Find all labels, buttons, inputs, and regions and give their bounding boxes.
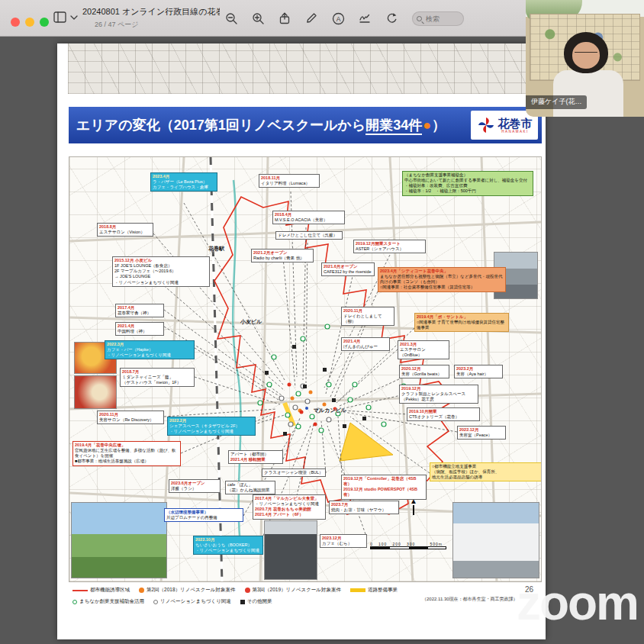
- app-window: 20240801 オンライン行政目線の花巻市のリ… 26 / 47 ページ A: [0, 0, 644, 644]
- map-callout: 2019.12月クラフト製品とレンタルスペース（Pekku）花工房: [399, 385, 478, 404]
- map-scale-bar: 0 100 200 300 500m: [370, 542, 446, 549]
- participant-glasses: [575, 52, 597, 56]
- scale-labels: 0 100 200 300 500m: [370, 542, 446, 546]
- legend-item: 第3回（2019）リノベスクール対象案件: [245, 587, 342, 594]
- map-callout: 2022.10月ちいさいおうち（BOOKER）・リノベーションまちづくり関連: [193, 536, 263, 555]
- toolbar-actions: A: [224, 11, 399, 26]
- legend-item: 都市機能誘導区域: [72, 587, 130, 594]
- map-callout: 2021.4月中国料理（神）: [115, 322, 164, 336]
- document-title-block: 20240801 オンライン行政目線の花巻市のリ… 26 / 47 ページ: [82, 6, 220, 30]
- zoom-watermark: zoom: [517, 578, 638, 627]
- map-callout: 2023.2月美容（Aya hair）: [454, 365, 503, 378]
- map-callout: 2023.6月オープン洋服（ラシ）: [169, 479, 221, 493]
- zoom-in-icon[interactable]: [250, 11, 266, 26]
- map-photo-playground: [71, 502, 167, 578]
- slide-title-highlight: 開業34件: [365, 118, 422, 135]
- scale-strip: [370, 546, 446, 549]
- map-callout: 2021.2月オープンRadio by charlii（青果 他）: [251, 249, 314, 262]
- legend-marker-circle-white: [153, 600, 158, 604]
- map-callout: 2015.12月 小友ビル1F JOE'S LOUNGE（飲食店）2F マープル…: [112, 256, 210, 287]
- map-callout: 2023.12月カフェ（むら）: [320, 534, 367, 548]
- legend-marker-circle-green: [72, 600, 77, 604]
- legend-item: 第2回（2018）リノベスクール対象案件: [139, 587, 236, 594]
- legend-marker-dot-red: [245, 588, 250, 593]
- map-callout: 2022.2月シェアスペース（キタザワビル 2F）・リノベーションまちづくり関連: [167, 417, 256, 436]
- chevron-down-icon[interactable]: [70, 15, 78, 20]
- slide-title: エリアの変化（2017第1回リノベスクールから開業34件●）: [76, 116, 471, 134]
- slide-title-prefix: エリアの変化（2017第1回リノベスクールから: [76, 118, 365, 133]
- map-callout: 2021.3月エステサロン（OnBlue）: [398, 340, 449, 359]
- search-input[interactable]: [424, 14, 459, 24]
- minimize-button[interactable]: [25, 18, 34, 27]
- orange-dot-icon: ●: [423, 118, 431, 133]
- map-label: 花巻駅: [207, 244, 226, 253]
- map-callout: 2022.12月美容室（Peace）: [457, 426, 506, 440]
- map-callout: クラスオーシャン喫茶（BUL）: [262, 469, 326, 477]
- city-logo-text: 花巻市 HANAMAKI: [498, 118, 533, 134]
- sidebar-toggle-icon[interactable]: [53, 11, 66, 23]
- map-photo-darkbuilding: [264, 520, 317, 580]
- map-callout: 2018.4月M.V.S.E.O ACACIA（美容）: [272, 211, 345, 224]
- legend-item: まちなか創業支援補助金活用: [72, 598, 144, 605]
- page-indicator: 26 / 47 ページ: [95, 20, 220, 30]
- legend-marker-square-black: [240, 600, 245, 604]
- map-callout: 2018.11月イタリア料理（Lumaca）: [259, 174, 320, 188]
- legend-item: 道路整備事業: [350, 587, 398, 594]
- search-field[interactable]: [412, 11, 464, 26]
- map-callout: 2019.4月「ポ・サントル」○関連事業 子育て世帯向け地域優良賃貸住宅整備事業: [414, 313, 509, 332]
- map-callout: 2017.4月花巻家守舎（神）: [115, 304, 164, 317]
- map-photo-food2: [74, 375, 117, 409]
- legend-item: リノベーションまちづくり関連: [153, 598, 231, 605]
- close-button[interactable]: [11, 18, 20, 27]
- map-label: マルカンビル: [312, 406, 348, 414]
- compass-icon: ▲: [410, 497, 417, 515]
- map-callout: 2017.4月「マルカンビル大食堂」・リノベーションまちづくり関連2020.7月…: [253, 494, 326, 520]
- city-map: 2023.4月ラ・バザー（Le Beza Plus）カフェ・ライブハウス・倉庫2…: [69, 156, 542, 582]
- legend-marker-line-red: [72, 590, 88, 591]
- legend-item: その他開業: [240, 598, 272, 605]
- map-callout: 2020.11月ドレイわとしまして（柳）: [341, 307, 394, 326]
- participant-video[interactable]: 伊藤ケイ子(花…: [526, 0, 644, 117]
- fullscreen-button[interactable]: [40, 18, 49, 27]
- map-callout: 2019.4月「花巻中央広場」官民遊休地に芝生広場を整備、多様な活動（遊び、飲食…: [72, 441, 181, 466]
- search-icon: [417, 16, 422, 21]
- zoom-out-icon[interactable]: [224, 11, 239, 26]
- map-callout: 2018.7月ミダンチャイニーズ「藤」（ゲストハウス「meion」1F）: [120, 368, 195, 387]
- signature-icon[interactable]: [357, 11, 372, 26]
- pinwheel-logo-icon: [477, 116, 495, 134]
- map-callout: （水辺環境整備事業）川辺プロムナードの再整備: [164, 508, 243, 522]
- map-callout: 2020.11月美容サロン（Re Discovery）: [97, 411, 164, 424]
- text-annotation-icon[interactable]: A: [330, 11, 346, 26]
- map-callout: 2018.8月エステサロン（Vision）: [97, 223, 153, 237]
- map-callout: 2019.12月開業スタートASTER（シェアハウス）: [353, 240, 426, 253]
- map-callout: 2021.4月げんきのんびゅー: [341, 337, 390, 351]
- rotate-icon[interactable]: [384, 11, 399, 26]
- previous-slide-map-strip: [68, 43, 526, 94]
- map-callout: ○都市機能立地支援事業（病院、看護学校）ほか、保育所、地元生活必需品店舗の誘導: [430, 462, 542, 481]
- map-photo-whitebuilding: [452, 502, 539, 578]
- legend-marker-dot-orange: [139, 588, 144, 593]
- map-callout: 2023.4月「シティコート花巻中央」まちなか居住部分も祝祭性と病院（市立）など…: [378, 267, 506, 292]
- map-callout: 2020.12月美容（Gorilla beats）: [399, 365, 449, 378]
- document-title: 20240801 オンライン行政目線の花巻市のリ…: [82, 6, 220, 18]
- pdf-page: エリアの変化（2017第1回リノベスクールから開業34件●） 花巻市 HANAM…: [57, 43, 546, 639]
- markup-pencil-icon[interactable]: [304, 11, 319, 26]
- slide-title-suffix: ）: [432, 118, 446, 133]
- map-label: 小友ビル: [239, 317, 263, 326]
- map-callout: ドレメひとこし仕立て（呉服）: [275, 231, 343, 240]
- legend-marker-line-yellow: [350, 588, 365, 592]
- map-callout: アパート（都市開）2021.4月 移転開業: [228, 450, 283, 464]
- map-callout: （まちなか創業支援事業補助金）中心市街地において新たに創業する事業者に対し、補助…: [402, 171, 533, 196]
- participant-name-tag: 伊藤ケイ子(花…: [526, 95, 587, 109]
- map-callout: 2019.10月開業CT5オクトリーズ（花巻）: [407, 407, 480, 421]
- pdf-document-area: エリアの変化（2017第1回リノベスクールから開業34件●） 花巻市 HANAM…: [0, 37, 644, 644]
- map-callout: 2023.7月焼肉・お茶・甘味（ヤマウ）: [329, 501, 399, 514]
- share-icon[interactable]: [277, 11, 292, 26]
- map-callout: 2021.6月オープンCAFE312 by the riverside: [321, 262, 375, 276]
- map-callout: 2022.3月カフェ・バー（Hapke）・リノベーションまちづくり関連: [105, 340, 195, 359]
- map-callout: 2023.4月ラ・バザー（Le Beza Plus）カフェ・ライブハウス・倉庫: [150, 172, 217, 192]
- map-callout: 2019.12月「Controller」花巻店（4SB有）2019.12月 st…: [341, 475, 427, 500]
- slide-title-bar: エリアの変化（2017第1回リノベスクールから開業34件●） 花巻市 HANAM…: [69, 107, 542, 143]
- participant-body: [553, 70, 623, 117]
- svg-text:A: A: [336, 14, 340, 22]
